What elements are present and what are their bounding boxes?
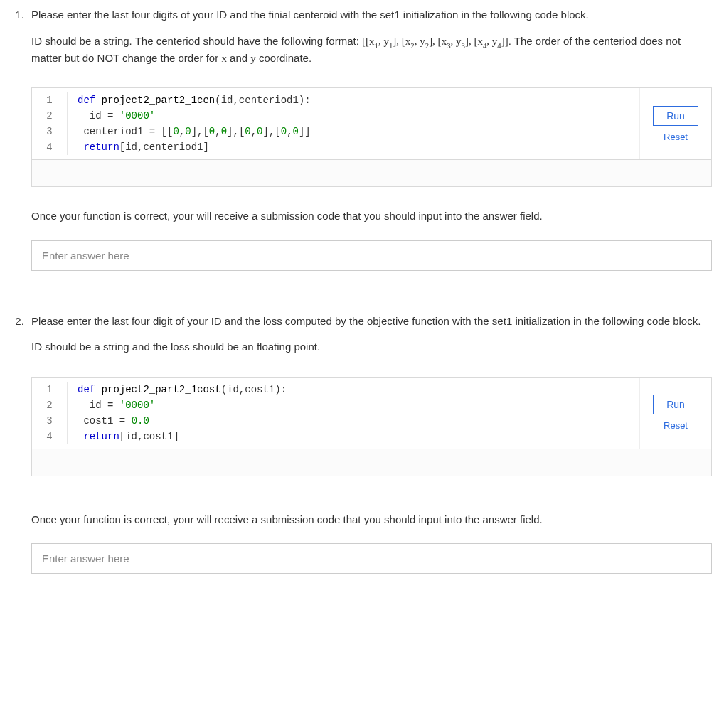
kw-def: def [78, 384, 102, 395]
line-number: 4 [32, 139, 67, 155]
q1-para1: Please enter the last four digits of you… [31, 7, 712, 23]
run-button[interactable]: Run [653, 106, 698, 126]
str-literal: '0000' [119, 110, 155, 122]
q1-and: and [227, 52, 250, 64]
line-number: 2 [32, 397, 67, 413]
num: 0 [257, 126, 262, 137]
line-number: 1 [32, 92, 67, 108]
num: 0 [185, 126, 191, 137]
code-text: , [215, 126, 220, 137]
q1-code-lines: def project2_part2_1cen(id,centeriod1): … [68, 92, 311, 155]
kw-def: def [78, 95, 102, 106]
code-text: id = [78, 110, 119, 122]
q2-para2: ID should be a string and the loss shoul… [31, 339, 712, 355]
fn-sig: (id,cost1): [221, 384, 287, 395]
code-text: , [179, 126, 185, 137]
q1-para2-a: ID should be a string. The centeriod sho… [31, 35, 362, 47]
q1-code-editor[interactable]: 1 2 3 4 def project2_part2_1cen(id,cente… [32, 88, 640, 159]
line-number: 1 [32, 382, 67, 397]
q1-answer-input[interactable] [31, 240, 712, 271]
num: 0 [221, 126, 227, 137]
line-number: 3 [32, 413, 67, 429]
q1-output-bar [32, 159, 711, 186]
q1-post-text: Once your function is correct, your will… [31, 208, 712, 225]
fn-name: project2_part2_1cen [102, 95, 215, 106]
fn-sig: (id,centeriod1): [215, 95, 310, 106]
q2-output-bar [32, 449, 711, 476]
code-text: ],[ [263, 126, 281, 137]
code-text: id = [78, 400, 119, 411]
q2-code-lines: def project2_part2_1cost(id,cost1): id =… [68, 382, 287, 444]
code-text: , [287, 126, 292, 137]
q2-para1: Please enter the last four digit of your… [31, 314, 712, 330]
num: 0 [209, 126, 215, 137]
reset-link[interactable]: Reset [664, 132, 688, 142]
question-2: Please enter the last four digit of your… [27, 314, 712, 574]
line-number: 4 [32, 429, 67, 444]
line-number: 2 [32, 108, 67, 124]
fn-name: project2_part2_1cost [102, 384, 221, 395]
q1-code-block: 1 2 3 4 def project2_part2_1cen(id,cente… [31, 87, 712, 187]
q1-para2-c: coordinate. [256, 52, 311, 64]
q1-para2: ID should be a string. The centeriod sho… [31, 33, 712, 67]
q2-answer-input[interactable] [31, 543, 712, 574]
code-text: ]] [299, 126, 311, 137]
q1-yvar: y [250, 53, 256, 64]
num: 0 [293, 126, 299, 137]
code-text: ],[ [191, 126, 209, 137]
code-text: , [251, 126, 257, 137]
reset-link[interactable]: Reset [664, 420, 688, 431]
code-text: centeriod1 = [[ [78, 126, 173, 137]
code-text: ],[ [227, 126, 245, 137]
kw-return: return [78, 141, 119, 153]
q2-post-text: Once your function is correct, your will… [31, 512, 712, 528]
num: 0 [245, 126, 250, 137]
q2-code-block: 1 2 3 4 def project2_part2_1cost(id,cost… [31, 377, 712, 476]
run-button[interactable]: Run [653, 395, 698, 414]
str-literal: '0000' [119, 400, 155, 411]
code-text: [id,cost1] [119, 431, 179, 442]
question-1: Please enter the last four digits of you… [27, 7, 712, 271]
q1-format-math: [[x1, y1], [x2, y2], [x3, y3], [x4, y4]] [362, 36, 508, 47]
q2-code-editor[interactable]: 1 2 3 4 def project2_part2_1cost(id,cost… [32, 378, 640, 449]
num: 0 [281, 126, 287, 137]
line-number: 3 [32, 124, 67, 139]
kw-return: return [78, 431, 119, 442]
q1-gutter: 1 2 3 4 [32, 92, 68, 155]
num: 0.0 [132, 415, 149, 427]
code-text: cost1 = [78, 415, 132, 427]
q1-xvar: x [221, 53, 227, 64]
code-text: [id,centeriod1] [119, 141, 209, 153]
num: 0 [173, 126, 179, 137]
q2-gutter: 1 2 3 4 [32, 382, 68, 444]
